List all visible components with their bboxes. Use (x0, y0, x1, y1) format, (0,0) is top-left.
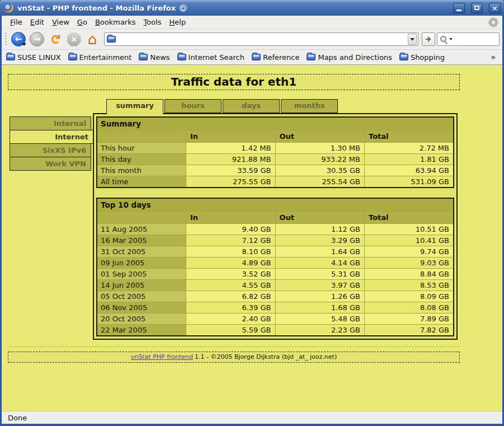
back-button[interactable]: ← (10, 31, 27, 48)
minimize-button[interactable] (453, 3, 465, 13)
bookmark-label: News (150, 53, 169, 62)
bookmark-label: Entertainment (79, 53, 132, 62)
value-cell: 63.94 GB (365, 165, 454, 176)
bookmark-item-entertainment[interactable]: Entertainment (68, 53, 132, 62)
search-engine-dropdown-icon[interactable] (449, 38, 453, 40)
row-label-cell: All time (97, 176, 186, 188)
menu-item-bookmarks[interactable]: Bookmarks (91, 17, 140, 27)
menu-item-file[interactable]: File (6, 17, 26, 27)
url-input[interactable] (118, 35, 406, 44)
top-10-header-row: In Out Total (97, 212, 454, 224)
menu-item-edit[interactable]: Edit (26, 17, 48, 27)
window-title: vnStat - PHP frontend - Mozilla Firefox (17, 4, 176, 12)
status-text: Done (8, 414, 27, 422)
menu-item-tools[interactable]: Tools (140, 17, 166, 27)
table-row: 01 Sep 20053.52 GB5.31 GB8.84 GB (97, 269, 454, 280)
value-cell: 9.03 GB (365, 258, 454, 269)
bookmark-item-suse-linux[interactable]: SUSE LINUX (6, 53, 61, 62)
statusbar: Done (2, 411, 502, 424)
row-label-cell: 06 Nov 2005 (97, 302, 186, 313)
value-cell: 2.72 MB (365, 143, 454, 154)
value-cell: 8.10 GB (186, 246, 276, 258)
bookmark-label: Internet Search (189, 53, 244, 62)
bookmarks-toolbar: SUSE LINUX Entertainment News Internet S… (2, 50, 502, 65)
back-dropdown-icon[interactable] (22, 43, 26, 46)
value-cell: 1.68 GB (275, 302, 365, 313)
favicon-folder-icon (107, 36, 116, 43)
value-cell: 7.12 GB (186, 235, 276, 246)
value-cell: 8.08 GB (365, 302, 454, 313)
maximize-button[interactable] (471, 3, 483, 13)
row-label-cell: 01 Sep 2005 (97, 269, 186, 280)
folder-icon (68, 54, 77, 60)
summary-header-row: In Out Total (97, 130, 454, 143)
search-box[interactable] (437, 32, 500, 46)
value-cell: 30.35 GB (275, 165, 365, 176)
bookmark-item-shopping[interactable]: Shopping (399, 53, 445, 62)
window-titlebar: vnStat - PHP frontend - Mozilla Firefox … (0, 0, 504, 16)
home-button[interactable]: ⌂ (84, 31, 101, 48)
footer-link[interactable]: vnStat PHP frontend (131, 353, 193, 361)
value-cell: 1.64 GB (275, 246, 365, 258)
bookmarks-overflow-chevron[interactable]: » (491, 53, 498, 62)
bookmark-label: SUSE LINUX (17, 53, 61, 62)
sidebar-item-internal[interactable]: Internal (10, 116, 91, 130)
value-cell: 10.51 GB (365, 224, 454, 235)
bookmark-label: Reference (263, 53, 299, 62)
search-input[interactable] (455, 35, 497, 44)
tab-hours[interactable]: hours (164, 99, 222, 113)
value-cell: 255.54 GB (275, 176, 365, 188)
reload-icon: ↻ (49, 34, 62, 45)
sidebar-item-work-vpn[interactable]: Work VPN (10, 157, 91, 171)
table-row: 05 Oct 20056.82 GB1.26 GB8.09 GB (97, 291, 454, 302)
bookmark-item-news[interactable]: News (139, 53, 169, 62)
tab-content-panel: Summary In Out Total This hour1.42 MB1.3… (93, 113, 458, 340)
view-tabs: summary hours days months (106, 99, 502, 113)
table-row: All time275.55 GB255.54 GB531.09 GB (97, 176, 454, 188)
sidebar-item-internet[interactable]: Internet (10, 130, 93, 144)
sidebar-item-sixxs-ipv6[interactable]: SixXS IPv6 (10, 143, 91, 157)
table-row: 14 Jun 20054.55 GB3.97 GB8.53 GB (97, 280, 454, 291)
value-cell: 1.81 GB (365, 154, 454, 165)
bookmark-item-reference[interactable]: Reference (252, 53, 299, 62)
value-cell: 275.55 GB (186, 176, 276, 188)
bookmark-item-maps-and-directions[interactable]: Maps and Directions (307, 53, 392, 62)
table-row: This month33.59 GB30.35 GB63.94 GB (97, 165, 454, 176)
stop-button[interactable]: × (65, 31, 82, 48)
bookmark-item-internet-search[interactable]: Internet Search (177, 53, 244, 62)
table-row: 16 Mar 20057.12 GB3.29 GB10.41 GB (97, 235, 454, 246)
stop-icon: × (67, 32, 81, 46)
value-cell: 531.09 GB (365, 176, 454, 188)
value-cell: 2.23 GB (275, 325, 365, 336)
menu-item-go[interactable]: Go (73, 17, 91, 27)
tab-summary[interactable]: summary (106, 99, 163, 114)
column-header-in: In (186, 130, 276, 143)
value-cell: 4.14 GB (275, 258, 365, 269)
toolbar-grip[interactable] (4, 32, 7, 46)
menu-item-help[interactable]: Help (166, 17, 190, 27)
url-bar[interactable] (104, 32, 418, 46)
maximize-icon (474, 6, 479, 10)
value-cell: 2.40 GB (186, 313, 276, 325)
mozilla-emblem-icon (180, 4, 187, 12)
column-header-out: Out (275, 130, 365, 143)
table-row: 06 Nov 20056.39 GB1.68 GB8.08 GB (97, 302, 454, 313)
tab-months[interactable]: months (281, 99, 338, 113)
table-row: 20 Oct 20052.40 GB5.48 GB7.89 GB (97, 313, 454, 325)
summary-table-title: Summary (97, 117, 454, 130)
value-cell: 1.30 MB (275, 143, 365, 154)
value-cell: 33.59 GB (186, 165, 276, 176)
menu-item-view[interactable]: View (48, 17, 73, 27)
forward-button[interactable]: → (29, 31, 45, 48)
table-row: This day921.88 MB933.22 MB1.81 GB (97, 154, 454, 165)
url-dropdown-button[interactable] (408, 34, 417, 45)
value-cell: 1.26 GB (275, 291, 365, 302)
tab-days[interactable]: days (223, 99, 280, 113)
go-button[interactable] (422, 32, 435, 46)
value-cell: 10.41 GB (365, 235, 454, 246)
reload-button[interactable]: ↻ (47, 31, 64, 48)
interface-sidebar: Internal Internet SixXS IPv6 Work VPN (10, 113, 93, 171)
row-label-cell: 11 Aug 2005 (97, 224, 186, 235)
close-button[interactable]: × (489, 3, 501, 13)
value-cell: 8.84 GB (365, 269, 454, 280)
